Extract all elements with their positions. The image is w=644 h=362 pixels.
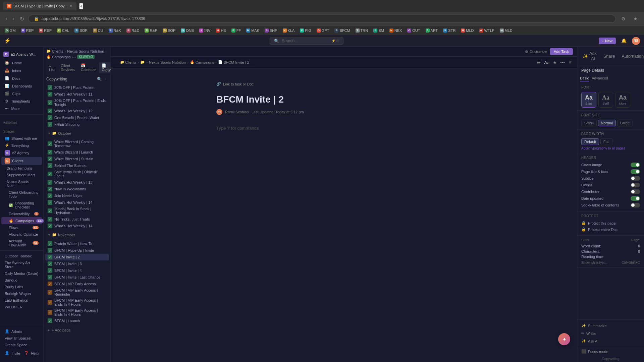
tab-list[interactable]: ≡ List <box>46 63 57 73</box>
spaces-section-header[interactable]: Spaces <box>0 128 43 135</box>
notifications-button[interactable]: 🔔 <box>619 37 629 45</box>
tab-calendar[interactable]: 📅 Calendar <box>78 62 99 73</box>
new-tab-button[interactable]: + <box>79 3 83 9</box>
owner-toggle[interactable] <box>631 183 640 187</box>
doc-panel-toggle[interactable]: ☰ <box>536 59 542 66</box>
sidebar-item-shared[interactable]: 👥 Shared with me <box>1 135 42 142</box>
october-section-header[interactable]: ▼ 📁 October <box>45 130 109 137</box>
sidebar-item-purity-labs[interactable]: Purity Labs <box>1 284 42 290</box>
doc-bfcm-hype-up[interactable]: ✓ BFCM | Hype Up | Invite <box>45 247 109 254</box>
doc-bfcm-launch[interactable]: ✓ BFCM | Launch <box>45 317 109 324</box>
create-space-button[interactable]: Create Space <box>3 342 41 348</box>
bookmark-gpt[interactable]: G GPT <box>315 28 331 33</box>
doc-hot-weekly-13[interactable]: ✓ What's Hot Weekly | 13 <box>45 179 109 186</box>
cover-image-toggle[interactable] <box>631 163 640 167</box>
bookmark-str[interactable]: S STR <box>441 28 458 33</box>
bookmark-sop2[interactable]: S SOP <box>161 28 177 33</box>
add-page-button[interactable]: + + Add page <box>45 327 109 334</box>
add-task-button[interactable]: Add Task <box>550 48 573 55</box>
november-section-header[interactable]: ▼ 📁 November <box>45 231 109 238</box>
doc-bfcm-vip-early-access[interactable]: ✓ BFCM | VIP Early Access <box>45 281 109 287</box>
bookmark-mld1[interactable]: M MLD <box>459 28 476 33</box>
sidebar-item-burleigh-wagon[interactable]: Burleigh Wagon <box>1 290 42 297</box>
doc-bfcm-vip-4hours-2[interactable]: ✓ BFCM | VIP Early Access | Ends In 4 Ho… <box>45 307 109 317</box>
panel-tab-advanced[interactable]: Advanced <box>592 75 608 81</box>
doc-sale-items-push[interactable]: ✓ Sale Items Push | Obliterk' Focus <box>45 169 109 179</box>
bookmark-rd[interactable]: R R&D <box>124 28 141 33</box>
search-box[interactable]: 🔍 Search... ⚡ AI <box>270 37 343 45</box>
doc-join-neele[interactable]: ✓ Join Neele Nirjas <box>45 192 109 199</box>
extensions-button[interactable]: ⚙ <box>619 14 628 23</box>
bookmark-art[interactable]: A ART <box>424 28 440 33</box>
writer-button[interactable]: ✏ Writer <box>581 330 640 337</box>
main-bc-campaigns[interactable]: 🔥 Campaigns <box>190 60 214 64</box>
sidebar-item-banduo[interactable]: Banduo <box>1 277 42 284</box>
doc-bfcm-invite-last-chance[interactable]: ✓ BFCM | Invite | Last Chance <box>45 274 109 281</box>
reload-button[interactable]: ↻ <box>18 14 25 23</box>
doc-hot-weekly-14a[interactable]: ✓ What's Hot Weekly | 14 <box>45 199 109 206</box>
bookmark-nex[interactable]: N NEX <box>387 28 404 33</box>
favorites-section-header[interactable]: Favorites <box>0 119 43 126</box>
doc-white-blizzard-launch[interactable]: ✓ White Blizzard | Launch <box>45 149 109 156</box>
sidebar-item-nexus[interactable]: Nexus Sports Nutr... <box>1 178 42 189</box>
protect-this-page[interactable]: 🔒 Protect this page <box>581 220 640 226</box>
bookmark-rp[interactable]: R R&P <box>143 28 159 33</box>
bookmark-trn[interactable]: T TRN <box>354 28 370 33</box>
sidebar-item-daily-mentor[interactable]: Daily Mentor (Davie) <box>1 270 42 277</box>
doc-link-bar[interactable]: 🔗 Link to task or Doc <box>216 82 471 86</box>
bookmark-onb[interactable]: O ONB <box>179 28 196 33</box>
invite-button[interactable]: 👤 Invite <box>3 350 22 357</box>
doc-no-tricks[interactable]: ✓ No Tricks, Just Treats <box>45 216 109 223</box>
sidebar-item-inbox[interactable]: 📥 Inbox <box>1 67 42 74</box>
panel-tab-basic[interactable]: Basic <box>580 75 589 81</box>
add-doc-button[interactable]: + <box>104 76 108 82</box>
sidebar-item-deliverability[interactable]: Deliverability 7 <box>1 210 42 217</box>
doc-more-button[interactable]: ••• <box>559 59 566 66</box>
font-option-more[interactable]: Aa More <box>615 92 630 108</box>
doc-now-woolworths[interactable]: ✓ Now In Woolworths <box>45 186 109 192</box>
doc-protein-water[interactable]: ✓ One Benefit | Protein Water <box>45 114 109 121</box>
sidebar-item-account-flow-audit[interactable]: Account Flow Audit 64 <box>1 238 42 248</box>
doc-hot-weekly-14b[interactable]: ✓ What's Hot Weekly | 14 <box>45 223 109 229</box>
subtitle-toggle[interactable] <box>631 176 640 181</box>
date-updated-toggle[interactable] <box>631 196 640 201</box>
sidebar-item-clips[interactable]: 🎬 Clips <box>1 90 42 98</box>
tab-close-button[interactable]: ✕ <box>69 4 72 8</box>
font-option-sans[interactable]: Aa Sans <box>581 92 596 108</box>
forward-button[interactable]: › <box>11 14 15 23</box>
admin-button[interactable]: 👤 Admin <box>3 328 41 335</box>
bookmark-bfcm[interactable]: B BFCM <box>332 28 352 33</box>
sidebar-item-clients[interactable]: C Clients <box>1 157 42 165</box>
bookmark-shp[interactable]: S SHP <box>263 28 279 33</box>
font-option-serif[interactable]: Aa Serif <box>598 92 613 108</box>
bookmark-button[interactable]: ★ <box>631 14 640 23</box>
doc-white-blizzard-tomorrow[interactable]: ✓ White Blizzard | Coming Tomorrow <box>45 139 109 149</box>
summarize-button[interactable]: ✨ Summarize <box>581 322 640 329</box>
doc-placeholder[interactable]: Type '/' for commands <box>216 123 471 133</box>
bc-nexus[interactable]: Nexus Sports Nutrition <box>67 49 104 53</box>
search-docs-button[interactable]: 🔍 <box>96 76 103 82</box>
main-bc-folder[interactable]: 📁 <box>140 60 145 64</box>
customize-button[interactable]: ⚙ Customize <box>525 50 547 54</box>
sidebar-item-more[interactable]: ••• More <box>1 105 42 112</box>
sidebar-item-onboarding-checklist[interactable]: ✅ Onboarding Checklist <box>1 200 42 210</box>
doc-text-format-button[interactable]: Aa <box>543 59 550 66</box>
sidebar-item-supplement-mart[interactable]: Supplement Mart <box>1 172 42 178</box>
font-size-normal[interactable]: Normal <box>598 120 616 126</box>
bookmark-hs[interactable]: H HS <box>214 28 228 33</box>
bookmark-wtlf[interactable]: W WTLF <box>477 28 496 33</box>
ai-floating-button[interactable]: ✦ <box>558 333 570 345</box>
bookmark-rk[interactable]: R R&K <box>107 28 123 33</box>
bookmark-kla[interactable]: K KLA <box>281 28 297 33</box>
sidebar-item-everything[interactable]: ⚡ Everything <box>1 142 42 149</box>
sidebar-item-outdoor-toolbox[interactable]: Outdoor Toolbox <box>1 253 42 259</box>
bc-clients[interactable]: 📁 Clients <box>46 49 63 53</box>
bc-campaigns[interactable]: 🔥 Campaigns <box>46 55 71 59</box>
sidebar-item-client-onboarding[interactable]: Client Onboarding Todo <box>1 189 42 200</box>
tab-client-reviews[interactable]: Client Reviews <box>58 63 77 73</box>
protect-entire-doc[interactable]: 🔒 Protect entire Doc <box>581 226 640 233</box>
doc-behind-scenes[interactable]: ✓ Behind The Scenes <box>45 162 109 169</box>
font-size-small[interactable]: Small <box>581 120 597 126</box>
address-bar[interactable]: 🔒 app.clickup.com/6910355/v/dc/6jwck-373… <box>28 15 616 23</box>
bookmark-mld2[interactable]: M MLD <box>498 28 515 33</box>
